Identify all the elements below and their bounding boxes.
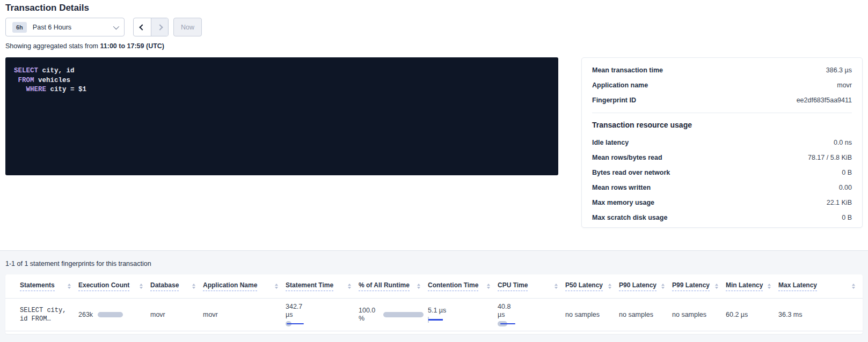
summary-row-label: Mean rows/bytes read (592, 154, 662, 161)
sort-down-arrow (487, 287, 490, 289)
sort-down-arrow (555, 287, 558, 289)
percent-with-bar: 100.0 % (359, 307, 424, 323)
column-header-p99-latency[interactable]: P99 Latency (672, 281, 726, 291)
sort-down-arrow (68, 287, 71, 289)
now-button[interactable]: Now (173, 18, 202, 36)
sort-icon[interactable] (608, 284, 611, 289)
resource-usage-title: Transaction resource usage (592, 115, 852, 135)
summary-row: Fingerprint IDee2df683f5aa9411 (592, 93, 852, 108)
summary-row-value: 0.0 ns (834, 139, 852, 146)
summary-row-label: Application name (592, 81, 648, 89)
summary-row: Max scratch disk usage0 B (592, 210, 852, 225)
chevron-right-icon (157, 24, 163, 30)
summary-row: Idle latency0.0 ns (592, 135, 852, 150)
column-header-label: % of All Runtime (359, 281, 410, 291)
next-interval-button[interactable] (151, 18, 168, 36)
sql-line: WHERE city = $1 (14, 85, 550, 95)
table-cell: movr (203, 311, 286, 318)
sort-icon[interactable] (715, 284, 718, 289)
sort-up-arrow (348, 284, 351, 286)
chevron-down-icon (113, 23, 119, 29)
column-header-database[interactable]: Database (150, 281, 203, 291)
stddev-bar (498, 321, 515, 326)
sort-icon[interactable] (348, 284, 351, 289)
table-cell: 5.1 µs (428, 307, 498, 323)
column-header-p90-latency[interactable]: P90 Latency (619, 281, 672, 291)
column-header-label: P90 Latency (619, 281, 657, 291)
time-step-group (133, 18, 169, 36)
summary-row-label: Fingerprint ID (592, 96, 636, 104)
table-cell: 100.0 % (359, 307, 428, 323)
cell-value: movr (150, 311, 165, 318)
table-row: SELECT city, id FROM…263kmovrmovr342.7 µ… (5, 299, 863, 331)
table-cell: no samples (619, 311, 672, 318)
count-bar (98, 312, 123, 317)
column-header-p50-latency[interactable]: P50 Latency (565, 281, 619, 291)
sort-down-arrow (275, 287, 278, 289)
summary-row-value: 0 B (842, 214, 852, 221)
sort-up-arrow (140, 284, 143, 286)
sort-down-arrow (417, 287, 420, 289)
statements-table-header: StatementsExecution CountDatabaseApplica… (5, 274, 863, 299)
sort-up-arrow (275, 284, 278, 286)
column-header-of-all-runtime[interactable]: % of All Runtime (359, 281, 428, 291)
sort-down-arrow (608, 287, 611, 289)
column-header-statement-time[interactable]: Statement Time (286, 281, 359, 291)
summary-row-value: 22.1 KiB (827, 199, 852, 206)
cell-value: movr (203, 311, 218, 318)
column-header-min-latency[interactable]: Min Latency (726, 281, 778, 291)
column-header-statements[interactable]: Statements (5, 281, 78, 291)
sort-icon[interactable] (555, 284, 558, 289)
sql-line: SELECT city, id (14, 66, 550, 76)
cell-value: 263k (78, 311, 93, 318)
statements-table-body: SELECT city, id FROM…263kmovrmovr342.7 µ… (5, 299, 863, 331)
summary-row-value: 0.00 (839, 184, 852, 191)
sort-icon[interactable] (768, 284, 771, 289)
aggregated-stats-subtitle: Showing aggregated stats from 11:00 to 1… (5, 42, 164, 50)
summary-row-value: 0 B (842, 169, 852, 176)
count-with-bar: 263k (78, 311, 146, 318)
statements-count-caption: 1-1 of 1 statement fingerprints for this… (5, 260, 151, 267)
sort-up-arrow (715, 284, 718, 286)
summary-row-label: Max scratch disk usage (592, 214, 667, 221)
sort-icon[interactable] (852, 284, 855, 289)
summary-row: Mean rows written0.00 (592, 180, 852, 195)
sort-up-arrow (661, 284, 665, 286)
table-cell: 263k (78, 311, 150, 318)
sql-statement-box: SELECT city, id FROM vehicles WHERE city… (5, 57, 558, 175)
time-range-badge: 6h (12, 22, 27, 33)
cell-value: 5.1 µs (428, 307, 493, 315)
sort-down-arrow (192, 287, 195, 289)
sort-icon[interactable] (487, 284, 490, 289)
summary-row: Mean rows/bytes read78.17 / 5.8 KiB (592, 150, 852, 165)
sort-icon[interactable] (68, 284, 71, 289)
metric-with-devbar: 342.7 µs (286, 303, 354, 326)
column-header-label: Execution Count (78, 281, 129, 291)
column-header-application-name[interactable]: Application Name (203, 281, 286, 291)
stddev-bar (428, 317, 443, 323)
sort-icon[interactable] (661, 284, 665, 289)
sort-icon[interactable] (275, 284, 278, 289)
time-range-text: 11:00 to 17:59 (UTC) (100, 42, 164, 50)
sort-icon[interactable] (140, 284, 143, 289)
sort-icon[interactable] (417, 284, 420, 289)
column-header-contention-time[interactable]: Contention Time (428, 281, 498, 291)
table-cell: 40.8 µs (498, 303, 565, 326)
prev-interval-button[interactable] (134, 18, 151, 36)
sort-up-arrow (68, 284, 71, 286)
time-range-dropdown[interactable]: 6h Past 6 Hours (5, 18, 125, 36)
column-header-max-latency[interactable]: Max Latency (778, 281, 863, 291)
sql-line: FROM vehicles (14, 76, 550, 86)
sort-down-arrow (661, 287, 665, 289)
summary-row-label: Bytes read over network (592, 169, 670, 176)
sort-icon[interactable] (192, 284, 195, 289)
summary-row-label: Mean transaction time (592, 66, 663, 74)
column-header-label: Max Latency (778, 281, 817, 291)
column-header-cpu-time[interactable]: CPU Time (498, 281, 565, 291)
summary-row: Application namemovr (592, 78, 852, 93)
column-header-execution-count[interactable]: Execution Count (78, 281, 150, 291)
chevron-left-icon (139, 24, 145, 30)
statement-fingerprint-link[interactable]: SELECT city, id FROM… (20, 306, 69, 323)
sql-code: SELECT city, id FROM vehicles WHERE city… (14, 66, 550, 95)
sort-up-arrow (192, 284, 195, 286)
